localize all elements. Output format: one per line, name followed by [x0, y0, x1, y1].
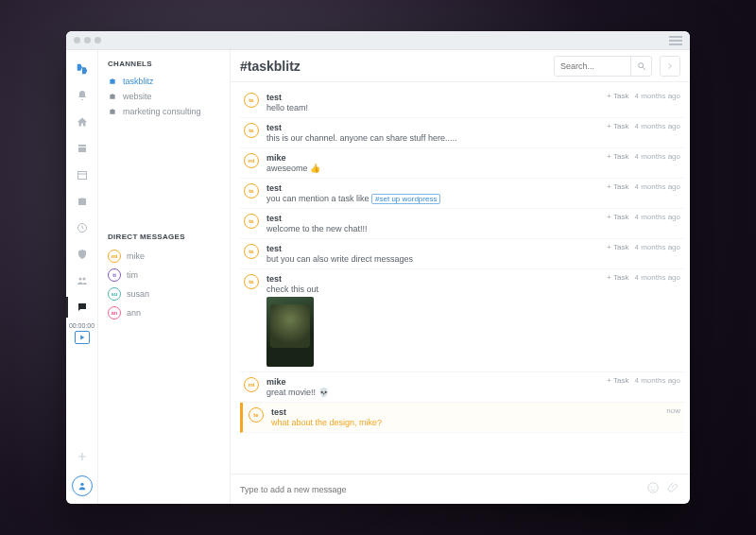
avatar: te: [244, 244, 259, 259]
menu-icon[interactable]: [669, 36, 682, 45]
chat-header: #taskblitz: [231, 50, 690, 82]
add-task-button[interactable]: + Task: [607, 122, 628, 130]
dm-label: susan: [127, 289, 149, 299]
message-text: but you can also write direct messages: [266, 254, 680, 264]
message: tetestwhat about the design, mike?now: [240, 403, 684, 433]
timestamp: 4 months ago: [635, 122, 680, 130]
svg-point-8: [654, 486, 655, 487]
check-calendar-icon[interactable]: [66, 135, 98, 162]
search-input[interactable]: [555, 61, 630, 71]
message: tetestwelcome to the new chat!!!+ Task4 …: [240, 209, 684, 239]
add-task-button[interactable]: + Task: [607, 92, 628, 100]
add-task-button[interactable]: + Task: [607, 152, 628, 161]
search-box: [554, 56, 652, 77]
avatar: te: [244, 214, 259, 229]
dm-item[interactable]: titim: [108, 266, 220, 285]
message-text: great movie!! 💀: [266, 388, 680, 397]
composer-input[interactable]: [240, 485, 639, 494]
logo-icon[interactable]: [66, 56, 98, 82]
avatar: te: [249, 407, 264, 423]
avatar: mi: [244, 153, 259, 168]
shield-icon[interactable]: [66, 241, 98, 268]
message: tetesthello team!+ Task4 months ago: [240, 88, 684, 118]
channel-label: taskblitz: [123, 77, 154, 86]
add-task-button[interactable]: + Task: [607, 213, 628, 221]
channel-item[interactable]: taskblitz: [108, 74, 220, 89]
avatar: te: [244, 123, 259, 138]
channel-title: #taskblitz: [240, 59, 546, 74]
home-icon[interactable]: [66, 109, 98, 135]
dm-item[interactable]: mimike: [108, 247, 220, 266]
timestamp: 4 months ago: [635, 92, 680, 100]
app-window: 00:00:00 CHANNELS taskblitzwebsitemarket…: [66, 31, 690, 504]
image-attachment[interactable]: [266, 297, 314, 367]
avatar: te: [244, 183, 259, 198]
profile-button[interactable]: [72, 475, 93, 496]
add-task-button[interactable]: + Task: [607, 376, 628, 385]
message-text: you can mention a task like #set up word…: [266, 194, 680, 203]
svg-line-5: [643, 67, 645, 70]
add-task-button[interactable]: + Task: [607, 182, 628, 191]
timer-display: 00:00:00: [69, 322, 94, 329]
message: tetestcheck this out+ Task4 months ago: [240, 269, 684, 372]
timestamp: now: [666, 406, 680, 415]
iconbar: 00:00:00: [66, 50, 98, 504]
message-text: what about the design, mike?: [271, 418, 680, 427]
dm-item[interactable]: sususan: [108, 285, 220, 303]
channel-item[interactable]: marketing consulting: [108, 104, 220, 119]
svg-point-3: [80, 483, 83, 486]
attach-icon[interactable]: [667, 481, 680, 498]
message-text: hello team!: [266, 103, 680, 112]
message-text: welcome to the new chat!!!: [266, 224, 680, 233]
dm-item[interactable]: anann: [108, 303, 220, 322]
timestamp: 4 months ago: [635, 152, 680, 161]
timestamp: 4 months ago: [635, 376, 680, 385]
message: tetestbut you can also write direct mess…: [240, 239, 684, 269]
add-icon[interactable]: [66, 443, 98, 470]
timestamp: 4 months ago: [635, 273, 680, 282]
dm-label: tim: [127, 270, 138, 280]
calendar-icon[interactable]: [66, 162, 98, 188]
dm-label: ann: [127, 308, 141, 318]
channel-label: marketing consulting: [123, 107, 201, 116]
svg-point-4: [638, 62, 643, 67]
channels-heading: CHANNELS: [108, 60, 220, 68]
window-controls[interactable]: [74, 37, 101, 43]
channel-label: website: [123, 92, 152, 101]
message: tetestyou can mention a task like #set u…: [240, 179, 684, 209]
briefcase-icon[interactable]: [66, 188, 98, 215]
svg-point-6: [648, 482, 659, 492]
channel-item[interactable]: website: [108, 89, 220, 104]
chevron-right-icon[interactable]: [660, 56, 680, 77]
play-button[interactable]: [75, 331, 90, 344]
clock-icon[interactable]: [66, 215, 98, 241]
main-panel: #taskblitz tetesthello team!+ Task4 mont…: [231, 50, 690, 504]
timestamp: 4 months ago: [635, 243, 680, 251]
composer: [231, 474, 690, 504]
avatar: mi: [244, 377, 259, 392]
channels-panel: CHANNELS taskblitzwebsitemarketing consu…: [98, 50, 231, 504]
people-icon[interactable]: [66, 268, 98, 294]
add-task-button[interactable]: + Task: [607, 243, 628, 251]
emoji-icon[interactable]: [646, 481, 660, 498]
message: tetestthis is our channel. anyone can sh…: [240, 118, 684, 148]
message: mimikeaweseome 👍+ Task4 months ago: [240, 148, 684, 179]
add-task-button[interactable]: + Task: [607, 273, 628, 282]
titlebar: [66, 31, 690, 50]
timestamp: 4 months ago: [635, 182, 680, 191]
message: mimikegreat movie!! 💀+ Task4 months ago: [240, 372, 684, 403]
message-text: this is our channel. anyone can share st…: [266, 133, 680, 143]
svg-point-7: [651, 486, 652, 487]
avatar: su: [108, 287, 121, 301]
message-text: check this out: [266, 285, 680, 294]
dm-label: mike: [127, 251, 145, 261]
task-tag[interactable]: #set up wordpress: [371, 194, 440, 204]
bell-icon[interactable]: [66, 82, 98, 109]
avatar: an: [108, 306, 121, 319]
chat-icon[interactable]: [66, 294, 98, 320]
avatar: ti: [108, 268, 121, 282]
avatar: te: [244, 93, 259, 108]
message-list[interactable]: tetesthello team!+ Task4 months agotetes…: [231, 82, 690, 474]
svg-rect-0: [77, 172, 86, 180]
search-icon[interactable]: [630, 57, 651, 76]
